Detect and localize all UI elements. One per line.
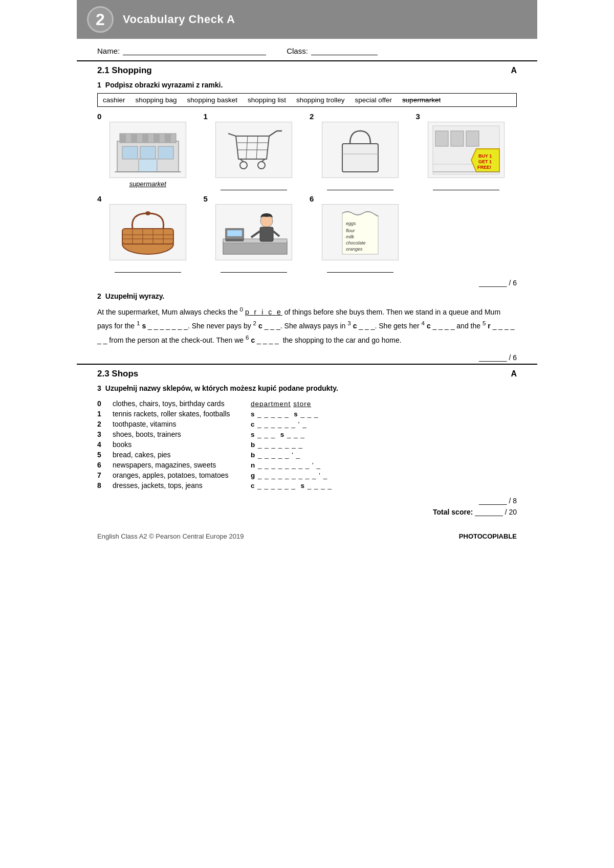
vocab-cashier: cashier (103, 96, 125, 104)
shops-answer-8: c _ _ _ _ _ _ s _ _ _ _ (251, 482, 332, 489)
page-footer: English Class A2 © Pearson Central Europ… (77, 522, 537, 545)
svg-marker-12 (236, 136, 269, 159)
exercise1-score: _______ / 6 (77, 277, 537, 289)
vocab-shopping-trolley: shopping trolley (296, 96, 345, 104)
vocab-shopping-bag: shopping bag (136, 96, 177, 104)
shops-answer-5: b _ _ _ _ _ ' _ (251, 451, 300, 459)
exercise2-number: 2 (97, 292, 101, 300)
image-cell-3: 3 BUY 1 GET 1 FREE! (416, 112, 517, 190)
shops-answer-7: g _ _ _ _ _ _ _ _ _ ' _ (251, 472, 327, 479)
exercise2-instruction: Uzupełnij wyrazy. (105, 292, 165, 300)
svg-rect-46 (223, 241, 287, 254)
svg-rect-29 (451, 131, 464, 146)
answer-line-1 (221, 181, 287, 190)
svg-rect-8 (140, 146, 156, 159)
image-cell-6: 6 eggs flour milk chocolate oranges (310, 194, 411, 273)
image-cell-0: 0 supermarket (97, 112, 199, 190)
shops-answer-6: n _ _ _ _ _ _ _ _ ' _ (251, 461, 321, 469)
image-list: eggs flour milk chocolate oranges (322, 204, 399, 260)
shops-num-4: 4 (97, 440, 107, 449)
shops-items-6: newspapers, magazines, sweets (113, 461, 246, 469)
name-input-line (123, 46, 266, 55)
svg-text:flour: flour (346, 228, 356, 233)
answer-line-6 (327, 263, 393, 273)
svg-text:GET 1: GET 1 (478, 159, 492, 164)
answer-line-3 (433, 181, 499, 190)
exercise2-text: At the supermarket, Mum always checks th… (77, 302, 537, 351)
shops-row-1: 1 tennis rackets, roller skates, footbal… (97, 409, 517, 419)
shops-row-4: 4 books b _ _ _ _ _ _ _ (97, 439, 517, 450)
shops-num-0: 0 (97, 399, 107, 408)
section-shopping-title: 2.1 Shopping (97, 65, 152, 76)
vocab-supermarket: supermarket (402, 96, 441, 104)
shops-items-4: books (113, 440, 246, 449)
svg-text:FREE!: FREE! (477, 165, 491, 170)
shops-items-2: toothpaste, vitamins (113, 420, 246, 428)
exercise2-label: 2Uzupełnij wyrazy. (77, 289, 537, 302)
vocab-shopping-basket: shopping basket (187, 96, 237, 104)
shops-num-1: 1 (97, 410, 107, 418)
vocab-shopping-list: shopping list (248, 96, 286, 104)
shops-row-6: 6 newspapers, magazines, sweets n _ _ _ … (97, 460, 517, 470)
section-shops-heading: 2.3 Shops A (77, 364, 537, 381)
image-supermarket (109, 122, 186, 178)
shops-answer-2: c _ _ _ _ _ _ ' _ (251, 420, 307, 428)
svg-line-16 (256, 136, 258, 159)
image-number-3: 3 (416, 112, 420, 121)
svg-rect-50 (226, 239, 244, 241)
image-number-6: 6 (310, 194, 314, 203)
shops-row-7: 7 oranges, apples, potatoes, tomatoes g … (97, 470, 517, 480)
shops-num-3: 3 (97, 430, 107, 438)
svg-rect-6 (165, 133, 171, 143)
shops-row-8: 8 dresses, jackets, tops, jeans c _ _ _ … (97, 480, 517, 491)
total-score-label: Total score: _______ / 20 (433, 508, 517, 516)
svg-rect-9 (158, 146, 173, 159)
section-shops-letter: A (511, 369, 517, 379)
class-field: Class: (287, 46, 378, 55)
class-input-line (311, 46, 378, 55)
shops-row-0: 0 clothes, chairs, toys, birthday cards … (97, 398, 517, 409)
svg-rect-4 (142, 133, 148, 143)
photocopiable-text: PHOTOCOPIABLE (459, 532, 517, 540)
svg-text:BUY 1: BUY 1 (478, 153, 492, 159)
page-title: Vocabulary Check A (123, 13, 235, 26)
class-label: Class: (287, 47, 308, 55)
vocab-special-offer: special offer (355, 96, 392, 104)
exercise3-number: 3 (97, 384, 101, 392)
exercise3-score: _______ / 8 (77, 495, 537, 507)
page-header: 2 Vocabulary Check A (77, 0, 537, 39)
answer-line-5 (221, 263, 287, 273)
shops-items-5: bread, cakes, pies (113, 451, 246, 459)
image-number-0: 0 (97, 112, 101, 121)
svg-rect-38 (122, 229, 173, 244)
svg-rect-49 (227, 230, 242, 236)
svg-line-54 (273, 231, 279, 236)
answer-line-4 (115, 263, 181, 273)
image-number-2: 2 (310, 112, 314, 121)
answer-text-0: supermarket (129, 180, 166, 188)
svg-point-45 (145, 211, 150, 215)
shops-items-7: oranges, apples, potatoes, tomatoes (113, 471, 246, 479)
image-cell-2: 2 (310, 112, 411, 190)
image-cashier (215, 204, 292, 260)
shops-num-8: 8 (97, 481, 107, 489)
exercise1-instruction: Podpisz obrazki wyrazami z ramki. (105, 81, 223, 89)
svg-rect-25 (342, 144, 378, 172)
svg-rect-3 (131, 133, 137, 143)
section-shopping-heading: 2.1 Shopping A (77, 60, 537, 78)
svg-line-19 (228, 133, 236, 136)
answer-line-2 (327, 181, 393, 190)
shops-num-6: 6 (97, 461, 107, 469)
shops-table: 0 clothes, chairs, toys, birthday cards … (97, 398, 517, 491)
svg-rect-28 (435, 131, 448, 146)
svg-rect-30 (466, 131, 479, 146)
svg-text:milk: milk (346, 234, 354, 239)
shops-row-3: 3 shoes, boots, trainers s _ _ _ s _ _ _ (97, 429, 517, 439)
shops-items-3: shoes, boots, trainers (113, 430, 246, 438)
shops-answer-4: b _ _ _ _ _ _ _ (251, 441, 303, 449)
shops-answer-3: s _ _ _ s _ _ _ (251, 431, 305, 438)
svg-line-15 (246, 136, 248, 159)
shops-num-7: 7 (97, 471, 107, 479)
image-special-offer: BUY 1 GET 1 FREE! (428, 122, 505, 178)
shops-answer-0: department store (251, 400, 311, 408)
